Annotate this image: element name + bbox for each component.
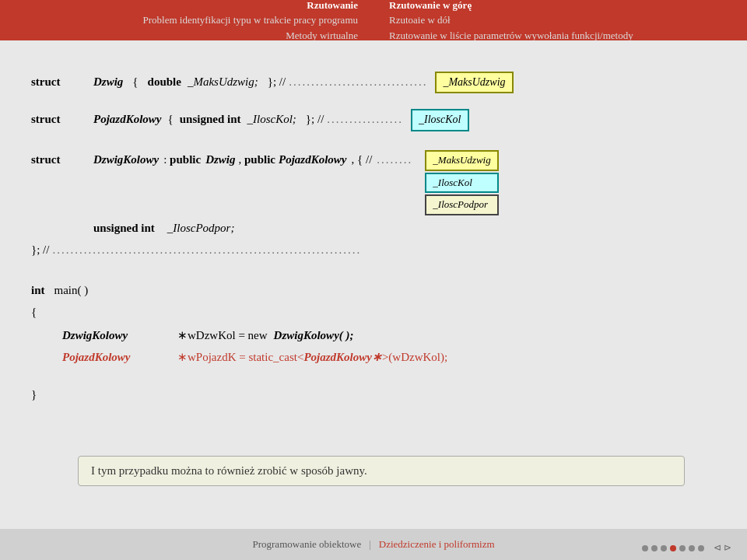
box-maksudzwig-group: _MaksUdzwig [425, 150, 498, 171]
kw-int: int [31, 281, 45, 299]
kw-struct-1: struct [31, 75, 61, 88]
footer-right: Dziedziczenie i poliformizm [371, 538, 495, 551]
struct-dzwigkolowy-line1: struct DzwigKolowy : public Dzwig , publ… [31, 150, 724, 215]
main-assign1: ∗wDzwKol = new [177, 326, 268, 345]
field-maksudzwig: _MaksUdzwig; [188, 72, 258, 91]
header-bar: Rzutowanie Problem identyfikacji typu w … [0, 0, 747, 40]
brace-open-1: { [132, 72, 138, 91]
box-group-right: _MaksUdzwig _IloscKol _IloscPodpor [425, 150, 498, 215]
parent-dzwig: Dzwig [205, 150, 235, 169]
struct-dzwigkolowy-end: }; // ..................................… [31, 240, 724, 259]
main-type2: PojazdKolowy [62, 348, 171, 366]
main-assign2: ∗wPojazdK = static_cast<PojazdKolowy∗>(w… [177, 348, 447, 366]
name-pojazd: PojazdKolowy [93, 110, 162, 128]
main-open-brace: { [31, 303, 724, 321]
nav-dot-5[interactable] [679, 545, 686, 551]
dots-1: ............................... [289, 72, 427, 91]
nav-dot-6[interactable] [689, 545, 695, 551]
struct-dzwigkolowy-block: struct DzwigKolowy : public Dzwig , publ… [31, 150, 724, 259]
brace-open-2: { [168, 110, 174, 128]
main-signature: int main( ) [31, 281, 724, 299]
main-area: struct Dzwig { double _MaksUdzwig; }; //… [0, 40, 747, 529]
nav-dot-4[interactable] [670, 545, 676, 551]
colon-pub: : public [163, 150, 201, 169]
header-right-active: Rzutowanie w górę [389, 0, 747, 12]
header-right: Rzutowanie w górę Rzutoaie w dół Rzutowa… [374, 0, 747, 40]
box-iloscpodpor-group: _IloscPodpor [425, 194, 498, 215]
footer-left: Programowanie obiektowe [252, 538, 369, 551]
type-double: double [148, 72, 181, 91]
end-3: }; // [31, 240, 49, 259]
field-ilosckol: _IloscKol; [247, 110, 296, 128]
open-brace: { [31, 303, 37, 321]
type-unsigned-1: unsigned int [180, 110, 241, 128]
nav-controls[interactable]: ⊲ ⊳ [642, 542, 731, 554]
main-block: int main( ) { DzwigKolowy ∗wDzwKol = new… [31, 281, 724, 404]
main-line1: DzwigKolowy ∗wDzwKol = new DzwigKolowy( … [62, 326, 724, 345]
main-func: main( ) [54, 281, 89, 299]
box-ilosckol-group: _IloscKol [425, 173, 498, 194]
nav-dot-3[interactable] [661, 545, 667, 551]
nav-dot-2[interactable] [651, 545, 658, 551]
field-iloscpodpor: _IloscPodpor; [167, 219, 235, 237]
nav-dot-1[interactable] [642, 545, 648, 551]
main-line2: PojazdKolowy ∗wPojazdK = static_cast<Poj… [62, 348, 724, 366]
type-unsigned-2: unsigned int [93, 219, 155, 237]
note-box: I tym przypadku można to również zrobić … [78, 456, 685, 486]
nav-page-info: ⊲ ⊳ [714, 542, 731, 554]
close-brace: } [31, 385, 37, 404]
main-type1: DzwigKolowy [62, 326, 171, 345]
end-2: }; // [306, 110, 324, 128]
parent-pojazd: PojazdKolowy [279, 150, 347, 169]
main-call1: DzwigKolowy( ); [274, 326, 354, 345]
box-ilosckol-top: _IloscKol [411, 109, 468, 131]
dots-2: ................. [327, 110, 403, 128]
struct-dzwigkolowy-field: unsigned int _IloscPodpor; [93, 219, 724, 237]
header-right-1: Rzutoaie w dół [389, 12, 747, 28]
box-maksudzwig-top: _MaksUdzwig [435, 72, 513, 93]
header-title-active: Rzutowanie [307, 0, 358, 12]
kw-struct-2: struct [31, 113, 61, 125]
footer: Programowanie obiektowe | Dziedziczenie … [0, 529, 747, 560]
header-subtitle-1: Problem identyfikacji typu w trakcie pra… [142, 12, 358, 28]
struct-dzwig-line: struct Dzwig { double _MaksUdzwig; }; //… [31, 72, 724, 93]
name-dzwigkolowy: DzwigKolowy [93, 150, 159, 169]
nav-dot-7[interactable] [698, 545, 704, 551]
dots-4: ........................................… [52, 240, 361, 259]
note-text: I tym przypadku można to również zrobić … [91, 464, 367, 477]
kw-struct-3: struct [31, 153, 61, 166]
main-close-brace: } [31, 385, 724, 404]
struct-pojazd-line: struct PojazdKolowy { unsigned int _Ilos… [31, 109, 724, 131]
brace-3: , { // [352, 150, 373, 169]
comma-pub: , public [238, 150, 275, 169]
content: struct Dzwig { double _MaksUdzwig; }; //… [31, 56, 724, 521]
dots-3: ........ [377, 150, 412, 169]
header-left: Rzutowanie Problem identyfikacji typu w … [0, 0, 374, 40]
name-dzwig: Dzwig [93, 72, 123, 91]
end-1: }; // [268, 72, 286, 91]
